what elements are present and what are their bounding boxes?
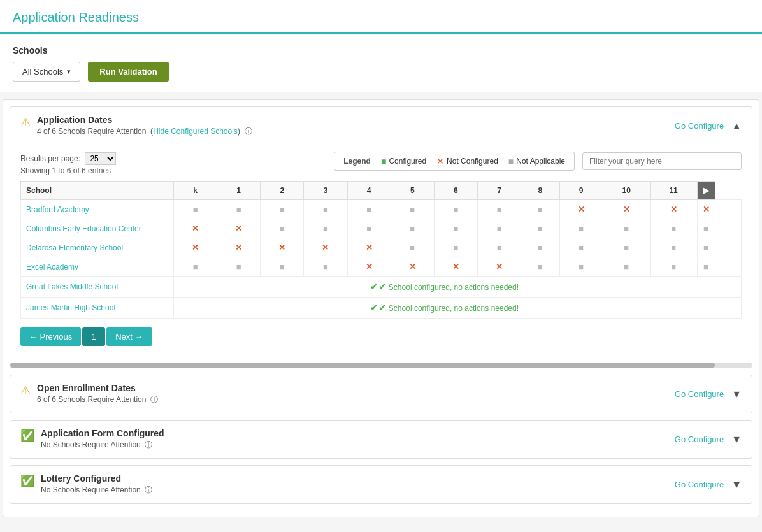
col-nav[interactable]: ▶: [697, 182, 715, 200]
page-header: Application Readiness: [0, 0, 762, 34]
grade-cell: ✕: [217, 219, 261, 238]
filter-input[interactable]: [582, 152, 742, 170]
grade-cell: ■: [650, 219, 697, 238]
open-enrollment-title: Open Enrollment Dates: [37, 383, 158, 393]
grade-cell: ■: [477, 238, 521, 257]
grade-cell: ✕: [697, 200, 715, 219]
configured-cell: ✔✔ School configured, no actions needed!: [174, 277, 715, 298]
grade-cell: ■: [347, 219, 391, 238]
schools-label: Schools: [13, 45, 749, 55]
page-title: Application Readiness: [13, 10, 749, 32]
col-2: 2: [261, 182, 304, 200]
col-3: 3: [304, 182, 347, 200]
legend-na-label: Not Applicable: [516, 157, 565, 166]
info-icon-lc: ⓘ: [145, 485, 152, 494]
legend-box: Legend ■ Configured ✕ Not Configured ■ N…: [334, 152, 575, 171]
hide-configured-link[interactable]: Hide Configured Schools: [153, 127, 238, 136]
chevron-up-icon[interactable]: ▲: [731, 120, 742, 132]
prev-button[interactable]: ← Previous: [20, 327, 81, 346]
run-validation-button[interactable]: Run Validation: [88, 62, 168, 82]
school-name-cell[interactable]: Delarosa Elementary School: [21, 238, 174, 257]
col-10: 10: [603, 182, 650, 200]
grade-cell: ✕: [261, 238, 304, 257]
col-9: 9: [559, 182, 603, 200]
school-name-cell[interactable]: Bradford Academy: [21, 200, 174, 219]
grade-cell: ✕: [391, 257, 434, 277]
grade-cell: ■: [261, 200, 304, 219]
open-enrollment-warning-icon: ⚠: [20, 384, 31, 398]
info-icon-oe: ⓘ: [150, 395, 158, 404]
col-school: School: [21, 182, 174, 200]
grade-cell: ■: [603, 257, 650, 277]
results-per-page-select[interactable]: 25 50 100: [85, 152, 116, 165]
open-enrollment-go-configure[interactable]: Go Configure: [675, 389, 724, 399]
grade-cell: ✕: [347, 257, 391, 277]
showing-info: Showing 1 to 6 of 6 entries: [20, 166, 119, 175]
grade-cell: ■: [391, 200, 434, 219]
lottery-go-configure[interactable]: Go Configure: [675, 480, 724, 489]
grade-cell: ■: [650, 238, 697, 257]
application-form-go-configure[interactable]: Go Configure: [675, 435, 724, 444]
lottery-success-icon: ✅: [20, 474, 34, 488]
grade-cell: ■: [217, 257, 261, 277]
main-content: ⚠ Application Dates 4 of 6 Schools Requi…: [3, 99, 759, 517]
grade-cell: ■: [434, 200, 477, 219]
lottery-title: Lottery Configured: [41, 473, 152, 484]
scroll-bar[interactable]: [10, 363, 752, 368]
grade-cell: ■: [521, 219, 560, 238]
grade-cell: ■: [261, 257, 304, 277]
grade-cell: ■: [477, 219, 521, 238]
grade-cell: ■: [559, 257, 603, 277]
chevron-down-icon-oe[interactable]: ▼: [731, 389, 742, 400]
grade-cell: ■: [174, 200, 217, 219]
table-row: Delarosa Elementary School✕✕✕✕✕■■■■■■■■: [21, 238, 742, 257]
application-form-title: Application Form Configured: [41, 428, 164, 438]
grade-cell: ■: [261, 219, 304, 238]
school-name-cell[interactable]: James Martin High School: [21, 298, 174, 319]
warning-icon: ⚠: [20, 115, 31, 129]
table-row: Great Lakes Middle School✔✔ School confi…: [21, 277, 742, 298]
school-name-cell[interactable]: Great Lakes Middle School: [21, 277, 174, 298]
grade-cell: ■: [391, 238, 434, 257]
info-icon: ⓘ: [245, 127, 252, 136]
grade-cell: ■: [391, 219, 434, 238]
grade-cell: ■: [559, 219, 603, 238]
grade-cell: ■: [304, 219, 347, 238]
col-4: 4: [347, 182, 391, 200]
info-icon-af: ⓘ: [145, 440, 152, 449]
grades-table: School k 1 2 3 4 5 6 7 8 9 10 11 ▶: [20, 181, 742, 319]
grade-cell: ■: [304, 257, 347, 277]
pagination: ← Previous 1 Next →: [20, 327, 742, 346]
grade-cell: ■: [521, 257, 560, 277]
grade-cell: ■: [697, 219, 715, 238]
application-dates-subtitle: 4 of 6 Schools Require Attention (Hide C…: [37, 126, 252, 137]
page-1-button[interactable]: 1: [82, 327, 105, 346]
not-configured-icon: ✕: [436, 156, 444, 166]
all-schools-button[interactable]: All Schools: [13, 62, 80, 82]
grade-cell: ■: [434, 238, 477, 257]
application-dates-title: Application Dates: [37, 115, 252, 125]
go-configure-link[interactable]: Go Configure: [675, 121, 724, 131]
grade-cell: ✕: [650, 200, 697, 219]
grade-cell: ■: [521, 238, 560, 257]
school-name-cell[interactable]: Columbus Early Education Center: [21, 219, 174, 238]
results-per-page-label: Results per page:: [20, 154, 80, 163]
col-k: k: [174, 182, 217, 200]
grade-cell: ■: [304, 200, 347, 219]
next-button[interactable]: Next →: [106, 327, 152, 346]
nav-cell: [715, 238, 741, 257]
grade-cell: ✕: [603, 200, 650, 219]
chevron-down-icon-lc[interactable]: ▼: [731, 479, 742, 491]
application-form-subtitle: No Schools Require Attention ⓘ: [41, 440, 164, 450]
chevron-down-icon-af[interactable]: ▼: [731, 434, 742, 445]
col-5: 5: [391, 182, 434, 200]
grade-cell: ✕: [434, 257, 477, 277]
application-form-card: ✅ Application Form Configured No Schools…: [10, 420, 752, 459]
nav-cell: [715, 257, 741, 277]
table-row: Bradford Academy■■■■■■■■■✕✕✕✕: [21, 200, 742, 219]
school-name-cell[interactable]: Excel Academy: [21, 257, 174, 277]
open-enrollment-card: ⚠ Open Enrollment Dates 6 of 6 Schools R…: [10, 375, 752, 413]
grade-cell: ✕: [559, 200, 603, 219]
grade-cell: ■: [603, 238, 650, 257]
grade-cell: ✕: [174, 219, 217, 238]
